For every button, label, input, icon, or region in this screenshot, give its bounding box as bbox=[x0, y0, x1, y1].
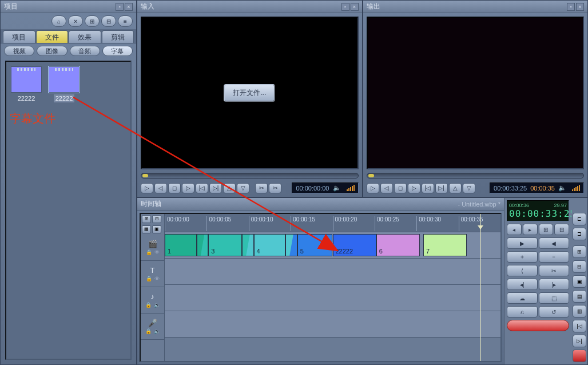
prev-frame-btn[interactable]: |◁ bbox=[422, 183, 434, 193]
undo-btn[interactable]: ↺ bbox=[539, 306, 570, 318]
cut-in-btn[interactable]: ✂ bbox=[255, 183, 268, 193]
cut-out-btn[interactable]: ✂ bbox=[269, 183, 281, 193]
dock-icon[interactable]: ▫ bbox=[116, 3, 124, 11]
clip[interactable]: 22222 bbox=[333, 234, 376, 256]
side-7[interactable]: ▥ bbox=[573, 305, 586, 318]
mark-in-btn[interactable]: △ bbox=[223, 183, 236, 193]
render-btn[interactable]: ☁ bbox=[507, 292, 538, 304]
audio1-track-head[interactable]: ♪🔒🔈 bbox=[141, 287, 164, 314]
side-6[interactable]: ▤ bbox=[573, 290, 586, 303]
audio2-track[interactable] bbox=[165, 311, 500, 338]
subtab-image[interactable]: 图像 bbox=[37, 46, 67, 56]
tab-edit[interactable]: 剪辑 bbox=[102, 30, 134, 43]
prev-edit-btn[interactable]: ⟨ bbox=[507, 265, 538, 276]
lock-icon[interactable]: 🔒 bbox=[146, 249, 152, 255]
time-ruler[interactable]: 00:00:0000:00:0500:00:1000:00:1500:00:20… bbox=[165, 214, 500, 232]
open-btn[interactable]: ⌂ bbox=[51, 15, 66, 27]
stop-btn[interactable]: ◻ bbox=[168, 183, 181, 193]
clip[interactable] bbox=[197, 234, 209, 256]
close-icon[interactable]: × bbox=[351, 3, 359, 11]
side-8[interactable]: |◁ bbox=[573, 320, 586, 332]
title-track-head[interactable]: T🔒👁 bbox=[141, 261, 164, 287]
tool-4[interactable]: ▣ bbox=[152, 225, 161, 233]
clip[interactable] bbox=[242, 234, 254, 256]
audio1-track[interactable] bbox=[165, 285, 500, 311]
play-btn[interactable]: ▶ bbox=[507, 237, 538, 249]
tab-effects[interactable]: 效果 bbox=[69, 30, 101, 43]
playhead[interactable] bbox=[480, 214, 481, 361]
mark-out-btn[interactable]: ▽ bbox=[463, 183, 475, 193]
rewind-btn[interactable]: ◁ bbox=[154, 183, 167, 193]
zoom-in-btn[interactable]: ＋ bbox=[507, 251, 538, 263]
mute-icon[interactable]: 🔈 bbox=[154, 302, 160, 308]
export-btn[interactable]: ⬚ bbox=[539, 292, 570, 304]
mark-in-btn[interactable]: △ bbox=[449, 183, 462, 193]
side-2[interactable]: ⊐ bbox=[573, 228, 586, 240]
lock-icon[interactable]: 🔒 bbox=[145, 328, 152, 334]
clip[interactable]: 5 bbox=[297, 234, 333, 256]
group-btn[interactable]: ⊞ bbox=[85, 15, 100, 27]
stop-btn[interactable]: ◻ bbox=[394, 183, 407, 193]
rewind-btn[interactable]: ◁ bbox=[380, 183, 393, 193]
open-file-button[interactable]: 打开文件... bbox=[224, 84, 275, 102]
speaker-icon[interactable]: 🔈 bbox=[333, 184, 341, 192]
sb-3[interactable]: ⊞ bbox=[539, 224, 554, 235]
speaker-icon[interactable]: 🔈 bbox=[558, 184, 566, 192]
subtab-audio[interactable]: 音频 bbox=[70, 46, 100, 56]
lock-icon[interactable]: 🔒 bbox=[146, 276, 152, 281]
tool-1[interactable]: ⊞ bbox=[142, 215, 151, 223]
clip[interactable]: 7 bbox=[423, 234, 467, 256]
eye-icon[interactable]: 👁 bbox=[154, 249, 160, 255]
tab-files[interactable]: 文件 bbox=[36, 30, 69, 43]
clip[interactable] bbox=[285, 234, 297, 256]
dock-icon[interactable]: ▫ bbox=[341, 3, 349, 11]
next-frame-btn[interactable]: ▷| bbox=[435, 183, 448, 193]
record-button[interactable] bbox=[507, 320, 569, 331]
title-track[interactable] bbox=[165, 259, 500, 285]
audio2-track-head[interactable]: 🎤🔒🔈 bbox=[141, 314, 164, 340]
file-item[interactable]: 22222 bbox=[11, 66, 42, 102]
lock-icon[interactable]: 🔒 bbox=[145, 302, 152, 308]
side-5[interactable]: ▣ bbox=[573, 275, 586, 288]
mark-out-btn[interactable]: ▽ bbox=[237, 183, 249, 193]
clip[interactable]: 4 bbox=[254, 234, 286, 256]
tool-2[interactable]: ⊟ bbox=[152, 215, 161, 223]
trim-r-btn[interactable]: |▸ bbox=[539, 279, 570, 290]
ff-btn[interactable]: ▷ bbox=[182, 183, 194, 193]
dock-icon[interactable]: ▫ bbox=[567, 3, 575, 11]
list-btn[interactable]: ≡ bbox=[118, 15, 133, 27]
sb-2[interactable]: ▸ bbox=[523, 224, 538, 235]
side-3[interactable]: ⊞ bbox=[573, 245, 586, 258]
side-9[interactable]: ▷| bbox=[573, 335, 586, 347]
file-item-selected[interactable]: 22222 bbox=[49, 66, 80, 102]
eye-icon[interactable]: 👁 bbox=[154, 276, 160, 281]
trim-l-btn[interactable]: ◂| bbox=[507, 279, 538, 290]
video-track[interactable]: 13452222267 bbox=[165, 232, 500, 259]
sb-4[interactable]: ⊟ bbox=[554, 224, 569, 235]
ff-btn[interactable]: ▷ bbox=[408, 183, 420, 193]
cut-btn[interactable]: ✂ bbox=[539, 265, 570, 276]
close-icon[interactable]: × bbox=[576, 3, 584, 11]
mute-icon[interactable]: 🔈 bbox=[154, 328, 160, 334]
video-track-head[interactable]: 🎬🔒👁 bbox=[141, 235, 164, 261]
delete-btn[interactable]: ✕ bbox=[68, 15, 83, 27]
tool-3[interactable]: ▦ bbox=[142, 225, 151, 233]
side-rec[interactable] bbox=[573, 350, 586, 362]
input-scrubber[interactable] bbox=[141, 173, 359, 178]
clip[interactable]: 3 bbox=[208, 234, 242, 256]
play-btn[interactable]: ▷ bbox=[141, 183, 153, 193]
next-frame-btn[interactable]: ▷| bbox=[209, 183, 222, 193]
sb-1[interactable]: ◂ bbox=[507, 224, 522, 235]
subtab-video[interactable]: 视频 bbox=[4, 46, 34, 56]
side-1[interactable]: ⊏ bbox=[573, 213, 586, 225]
clip[interactable]: 1 bbox=[165, 234, 197, 256]
mix-btn[interactable]: ⎌ bbox=[507, 306, 538, 318]
play-btn[interactable]: ▷ bbox=[367, 183, 379, 193]
subtab-subtitle[interactable]: 字幕 bbox=[102, 46, 133, 56]
file-area[interactable]: 22222 22222 字幕文件 bbox=[5, 61, 132, 360]
clip[interactable]: 6 bbox=[376, 234, 420, 256]
tab-project[interactable]: 项目 bbox=[3, 30, 35, 43]
zoom-out-btn[interactable]: － bbox=[539, 251, 570, 263]
prev-frame-btn[interactable]: |◁ bbox=[196, 183, 208, 193]
ungroup-btn[interactable]: ⊟ bbox=[101, 15, 116, 27]
